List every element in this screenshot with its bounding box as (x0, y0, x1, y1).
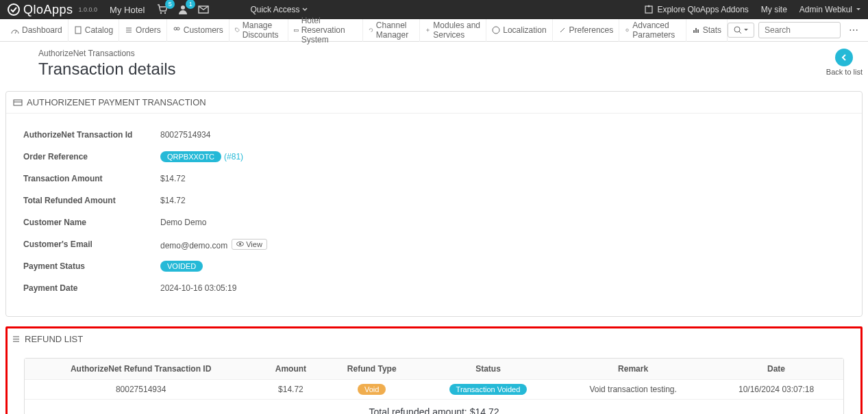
search-icon (734, 26, 742, 34)
svg-point-6 (648, 5, 650, 8)
page-title: Transaction details (38, 60, 863, 79)
td-refund-id: 80027514934 (25, 380, 257, 400)
svg-point-2 (164, 12, 166, 14)
hotel-name[interactable]: My Hotel (110, 5, 145, 15)
nav-reservation[interactable]: Hotel Reservation System (288, 19, 363, 42)
payment-transaction-panel: AUTHORIZENET PAYMENT TRANSACTION Authori… (5, 91, 863, 317)
breadcrumb[interactable]: AuthorizeNet Transactions (38, 49, 863, 58)
users-icon (173, 26, 181, 34)
search-input[interactable] (758, 22, 841, 38)
brand[interactable]: QloApps 1.0.0.0 (7, 3, 97, 17)
more-icon[interactable]: ⋯ (845, 25, 863, 36)
value-txn-id: 80027514934 (160, 130, 210, 140)
svg-point-3 (181, 5, 185, 10)
bed-icon (294, 26, 299, 34)
order-ref-pill[interactable]: QRPBXXOTC (160, 151, 221, 162)
quick-access[interactable]: Quick Access (250, 5, 308, 14)
nav-localization[interactable]: Localization (486, 19, 552, 42)
svg-point-1 (160, 12, 162, 14)
refresh-icon (369, 26, 373, 34)
svg-point-12 (174, 27, 177, 30)
view-button[interactable]: View (232, 239, 267, 250)
order-ref-id[interactable]: (#81) (224, 152, 243, 161)
label-pay-status: Payment Status (23, 261, 160, 271)
brand-logo-icon (7, 3, 21, 16)
svg-point-0 (8, 4, 19, 15)
svg-point-17 (493, 27, 499, 34)
td-date: 10/16/2024 03:07:18 (709, 380, 843, 400)
back-to-list[interactable]: Back to list (826, 49, 863, 76)
th-refund-type: Refund Type (325, 359, 419, 380)
svg-line-23 (739, 31, 741, 34)
admin-user[interactable]: Admin Webkul (799, 5, 861, 14)
explore-label: Explore QloApps Addons (657, 5, 748, 14)
value-txn-amount: $14.72 (160, 174, 186, 183)
nav-catalog[interactable]: Catalog (69, 19, 119, 42)
panel-heading: AUTHORIZENET PAYMENT TRANSACTION (6, 92, 862, 114)
my-site[interactable]: My site (761, 5, 787, 14)
credit-card-icon (13, 98, 23, 107)
tag-icon (235, 26, 240, 34)
td-amount: $14.72 (257, 380, 324, 400)
total-refunded: Total refunded amount: $14.72 (25, 400, 843, 414)
cart-icon[interactable]: 5 (157, 4, 168, 15)
th-remark: Remark (557, 359, 709, 380)
th-refund-id: AuthorizeNet Refund Transaction ID (25, 359, 257, 380)
svg-point-13 (177, 27, 179, 30)
nav-dashboard[interactable]: Dashboard (5, 19, 69, 42)
nav-preferences[interactable]: Preferences (553, 19, 620, 42)
refund-list-panel: REFUND LIST AuthorizeNet Refund Transact… (5, 326, 863, 414)
wrench-icon (558, 26, 567, 34)
value-pay-date: 2024-10-16 03:05:19 (160, 283, 236, 293)
label-pay-date: Payment Date (23, 283, 160, 293)
version: 1.0.0.0 (79, 6, 98, 13)
eye-icon (236, 240, 244, 248)
svg-rect-8 (75, 27, 81, 34)
puzzle-icon (644, 5, 654, 14)
nav-customers[interactable]: Customers (167, 19, 230, 42)
user-badge: 1 (186, 0, 195, 9)
refund-status-pill: Transaction Voided (449, 384, 528, 395)
list-icon (125, 26, 133, 34)
status-pill: VOIDED (160, 261, 203, 272)
bar-chart-icon (692, 26, 700, 34)
svg-point-18 (626, 29, 629, 31)
admin-user-label: Admin Webkul (799, 5, 852, 14)
label-txn-amount: Transaction Amount (23, 174, 160, 183)
cogs-icon (625, 26, 630, 34)
label-txn-id: AuthorizeNet Transaction Id (23, 130, 160, 140)
th-date: Date (709, 359, 843, 380)
refund-table: AuthorizeNet Refund Transaction ID Amoun… (25, 359, 843, 400)
svg-rect-21 (697, 29, 699, 33)
svg-rect-24 (14, 100, 22, 105)
value-cust-email: demo@demo.com (160, 240, 227, 250)
nav-modules[interactable]: Modules and Services (420, 19, 486, 42)
page-header: AuthorizeNet Transactions Transaction de… (5, 49, 863, 79)
caret-down-icon (744, 28, 748, 32)
cart-badge: 5 (165, 0, 175, 9)
envelope-icon[interactable] (198, 4, 209, 15)
refund-heading: REFUND LIST (12, 333, 856, 348)
topbar: QloApps 1.0.0.0 My Hotel 5 1 Quick Acces… (0, 0, 868, 19)
arrow-left-icon (835, 49, 853, 66)
th-status: Status (419, 359, 557, 380)
label-cust-email: Customer's Email (23, 240, 160, 249)
user-icon[interactable]: 1 (177, 4, 188, 15)
svg-rect-19 (693, 30, 695, 33)
navbar: Dashboard Catalog Orders Customers Manag… (0, 19, 868, 42)
table-row: 80027514934 $14.72 Void Transaction Void… (25, 380, 843, 400)
quick-access-label: Quick Access (250, 5, 299, 14)
nav-stats[interactable]: Stats (686, 19, 728, 42)
nav-channel[interactable]: Channel Manager (363, 19, 420, 42)
nav-orders[interactable]: Orders (119, 19, 167, 42)
svg-point-22 (734, 27, 740, 32)
book-icon (74, 26, 82, 34)
chevron-down-icon (302, 7, 308, 12)
nav-discounts[interactable]: Manage Discounts (230, 19, 288, 42)
plus-icon (425, 26, 430, 34)
search-button[interactable] (728, 23, 754, 38)
label-refunded: Total Refunded Amount (23, 196, 160, 205)
svg-rect-20 (695, 28, 697, 33)
explore-addons[interactable]: Explore QloApps Addons (644, 5, 748, 14)
nav-advanced[interactable]: Advanced Parameters (619, 19, 686, 42)
